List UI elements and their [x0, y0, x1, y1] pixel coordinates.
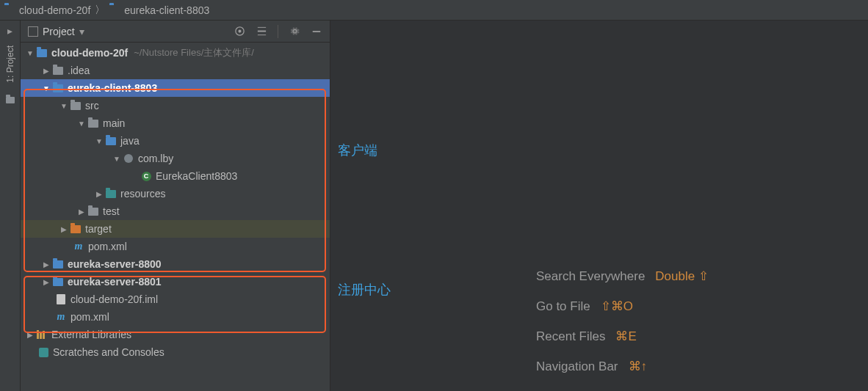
tree-root-path: ~/Nutstore Files/主体文件库/: [134, 46, 254, 59]
left-tool-gutter: ▸ 1: Project: [0, 21, 21, 391]
breadcrumb-root-label: cloud-demo-20f: [19, 4, 90, 16]
breadcrumb: cloud-demo-20f 〉 eureka-client-8803: [0, 0, 868, 21]
gear-icon[interactable]: [289, 26, 300, 37]
hint-navigation-bar: Navigation Bar ⌘↑: [536, 359, 709, 374]
tree-item-client[interactable]: ▼ eureka-client-8803: [21, 79, 330, 97]
tree-item-src[interactable]: ▼ src: [21, 97, 330, 114]
collapse-gutter-icon[interactable]: ▸: [4, 25, 16, 37]
svg-rect-3: [257, 27, 265, 28]
svg-rect-2: [257, 31, 265, 32]
tree-item-test[interactable]: ▶ test: [21, 202, 330, 220]
sidebar-title: Project: [43, 26, 75, 37]
tree-label: test: [103, 205, 120, 217]
project-tree[interactable]: ▼ cloud-demo-20f ~/Nutstore Files/主体文件库/…: [21, 43, 330, 391]
package-icon: [122, 154, 135, 163]
tree-item-package[interactable]: ▼ com.lby: [21, 150, 330, 167]
tree-item-scratches[interactable]: Scratches and Consoles: [21, 343, 330, 361]
tree-item-server-8800[interactable]: ▶ eureka-server-8800: [21, 255, 330, 273]
tree-item-extlib[interactable]: ▶ External Libraries: [21, 326, 330, 343]
hint-shortcut: ⌘E: [615, 329, 636, 344]
annotation-client: 客户端: [338, 142, 377, 159]
hide-icon[interactable]: [311, 26, 322, 37]
expand-arrow-icon[interactable]: ▶: [59, 225, 69, 233]
hint-shortcut: Double ⇧: [655, 268, 709, 284]
tree-item-pom[interactable]: m pom.xml: [21, 238, 330, 255]
tree-item-server-8801[interactable]: ▶ eureka-server-8801: [21, 273, 330, 290]
sidebar-header: Project ▾: [21, 21, 330, 43]
tree-label: java: [120, 135, 140, 147]
tree-item-pom-root[interactable]: m pom.xml: [21, 308, 330, 326]
hint-label: Recent Files: [536, 329, 605, 344]
expand-arrow-icon[interactable]: ▶: [25, 331, 35, 339]
expand-arrow-icon[interactable]: ▼: [112, 155, 122, 163]
gutter-folder-icon[interactable]: [4, 95, 16, 106]
folder-icon: [87, 120, 100, 128]
module-folder-icon: [51, 260, 65, 268]
gutter-project-label[interactable]: 1: Project: [5, 41, 15, 87]
sidebar-view-selector[interactable]: Project ▾: [28, 26, 84, 37]
hint-shortcut: ⇧⌘O: [601, 299, 633, 314]
chevron-down-icon: ▾: [79, 26, 84, 37]
expand-arrow-icon[interactable]: ▶: [94, 190, 104, 198]
hint-recent-files: Recent Files ⌘E: [536, 329, 709, 344]
breadcrumb-current-label: eureka-client-8803: [124, 4, 209, 16]
tree-root[interactable]: ▼ cloud-demo-20f ~/Nutstore Files/主体文件库/: [21, 44, 330, 62]
expand-arrow-icon[interactable]: ▼: [41, 84, 51, 92]
project-view-icon: [28, 26, 38, 37]
expand-arrow-icon[interactable]: ▶: [41, 278, 51, 286]
expand-arrow-icon[interactable]: ▼: [94, 137, 104, 145]
tree-label: pom.xml: [70, 311, 109, 323]
tree-label: resources: [120, 188, 165, 200]
locate-icon[interactable]: [234, 26, 245, 37]
tree-label: eureka-server-8801: [68, 276, 162, 288]
svg-rect-5: [313, 31, 321, 32]
tree-item-resources[interactable]: ▶ resources: [21, 185, 330, 202]
maven-icon: m: [54, 311, 68, 323]
breadcrumb-root[interactable]: cloud-demo-20f: [4, 4, 90, 16]
tree-label: pom.xml: [88, 241, 127, 252]
divider: [278, 25, 278, 38]
tree-item-iml[interactable]: cloud-demo-20f.iml: [21, 290, 330, 308]
hint-label: Search Everywhere: [536, 269, 645, 284]
resources-folder-icon: [104, 190, 117, 198]
expand-arrow-icon[interactable]: ▼: [59, 102, 69, 110]
welcome-hints: Search Everywhere Double ⇧ Go to File ⇧⌘…: [536, 268, 709, 391]
tree-label: eureka-client-8803: [68, 82, 157, 94]
tree-item-class[interactable]: C EurekaClient8803: [21, 167, 330, 185]
hint-goto-file: Go to File ⇧⌘O: [536, 299, 709, 314]
tree-item-java[interactable]: ▼ java: [21, 132, 330, 150]
collapse-all-icon[interactable]: [256, 26, 267, 37]
editor-empty-area: 客户端 注册中心 Search Everywhere Double ⇧ Go t…: [330, 21, 868, 391]
expand-arrow-icon[interactable]: ▶: [41, 260, 51, 268]
expand-arrow-icon[interactable]: ▶: [76, 208, 87, 216]
project-sidebar: Project ▾: [21, 21, 330, 391]
tree-label: com.lby: [138, 153, 173, 164]
class-icon: C: [140, 172, 153, 181]
svg-point-1: [239, 30, 241, 32]
module-folder-icon: [35, 49, 48, 57]
library-icon: [35, 330, 48, 339]
tree-item-main[interactable]: ▼ main: [21, 114, 330, 132]
excluded-folder-icon: [69, 225, 82, 233]
tree-item-idea[interactable]: ▶ .idea: [21, 62, 330, 79]
folder-icon: [87, 208, 100, 216]
iml-file-icon: [54, 294, 68, 304]
breadcrumb-current[interactable]: eureka-client-8803: [109, 4, 209, 16]
tree-item-target[interactable]: ▶ target: [21, 220, 330, 238]
expand-arrow-icon[interactable]: ▼: [25, 49, 35, 57]
expand-arrow-icon[interactable]: ▼: [76, 120, 87, 128]
hint-label: Go to File: [536, 299, 590, 314]
maven-icon: m: [72, 241, 85, 252]
module-folder-icon: [51, 278, 65, 286]
tree-label: cloud-demo-20f.iml: [70, 293, 158, 305]
expand-arrow-icon[interactable]: ▶: [41, 67, 51, 75]
hint-label: Navigation Bar: [536, 359, 618, 374]
tree-label: Scratches and Consoles: [53, 346, 164, 358]
tree-label: src: [85, 100, 99, 112]
breadcrumb-separator: 〉: [95, 4, 105, 17]
folder-icon: [51, 67, 65, 75]
tree-label: External Libraries: [51, 329, 131, 340]
tree-label: EurekaClient8803: [156, 170, 237, 182]
tree-label: target: [85, 223, 112, 235]
module-folder-icon: [51, 84, 65, 92]
